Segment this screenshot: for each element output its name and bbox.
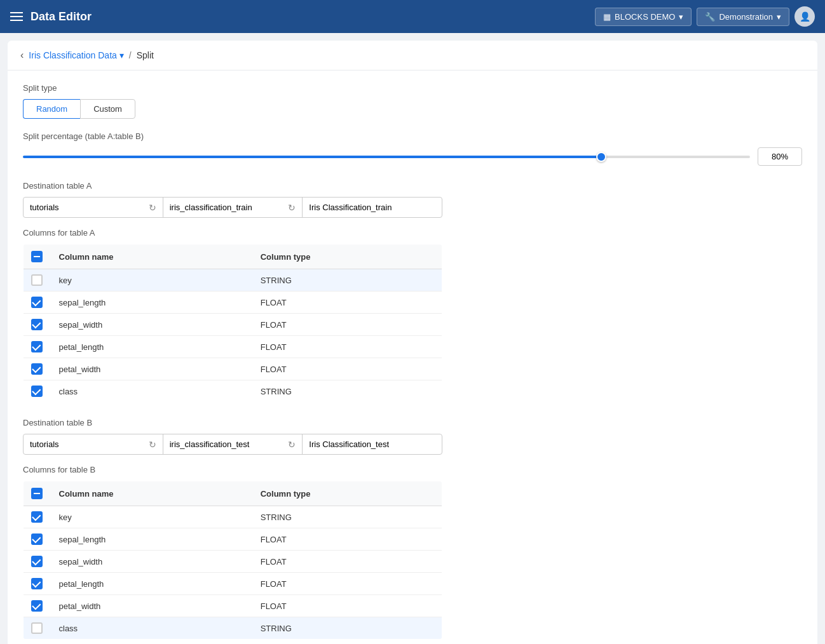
dest-a-table-refresh-icon[interactable]: ↻ (288, 203, 296, 213)
table-row: keySTRING (24, 269, 442, 292)
avatar-icon: 👤 (800, 11, 810, 22)
row-checkbox-cell (24, 336, 51, 358)
dest-a-table-cell: ↻ (163, 198, 303, 217)
dest-a-label-input[interactable] (309, 198, 435, 217)
column-name-cell: petal_length (51, 573, 253, 595)
row-checkbox[interactable] (31, 274, 43, 286)
table-row: sepal_lengthFLOAT (24, 292, 442, 314)
table-row: classSTRING (24, 617, 442, 640)
app-header: Data Editor ▦ BLOCKS DEMO ▾ 🔧 Demonstrat… (0, 0, 825, 33)
dest-b-schema-input[interactable] (30, 434, 145, 454)
split-type-label: Split type (23, 83, 802, 93)
table-row: petal_lengthFLOAT (24, 336, 442, 358)
column-name-cell: petal_width (51, 595, 253, 617)
column-name-cell: class (51, 380, 253, 403)
split-random-button[interactable]: Random (23, 99, 80, 119)
row-checkbox[interactable] (31, 319, 43, 330)
chevron-down-icon: ▾ (119, 50, 124, 60)
dest-b-label: Destination table B (23, 418, 802, 427)
col-a-check-header (24, 245, 51, 269)
column-name-cell: key (51, 506, 253, 528)
column-type-cell: FLOAT (253, 358, 442, 380)
col-a-select-all-checkbox[interactable] (31, 251, 43, 262)
col-b-select-all-checkbox[interactable] (31, 488, 43, 499)
split-pct-label: Split percentage (table A:table B) (23, 131, 802, 141)
dest-b-label-cell (303, 434, 442, 454)
row-checkbox-cell (24, 269, 51, 292)
user-avatar[interactable]: 👤 (794, 6, 815, 27)
dest-a-inputs: ↻ ↻ (23, 197, 442, 218)
row-checkbox[interactable] (31, 386, 43, 397)
slider-row (23, 147, 802, 166)
columns-b-header-row: Column name Column type (24, 481, 442, 506)
row-checkbox[interactable] (31, 622, 43, 634)
column-name-cell: key (51, 269, 253, 292)
row-checkbox[interactable] (31, 297, 43, 308)
col-b-type-header: Column type (253, 481, 442, 506)
demo-chevron-icon: ▾ (777, 12, 781, 22)
split-custom-button[interactable]: Custom (80, 99, 135, 119)
row-checkbox-cell (24, 528, 51, 551)
dest-b-schema-refresh-icon[interactable]: ↻ (149, 439, 156, 450)
column-type-cell: STRING (253, 269, 442, 292)
breadcrumb-dataset[interactable]: Iris Classification Data ▾ (29, 50, 124, 60)
table-row: classSTRING (24, 380, 442, 403)
row-checkbox-cell (24, 573, 51, 595)
row-checkbox[interactable] (31, 578, 43, 589)
dest-b-table-refresh-icon[interactable]: ↻ (288, 439, 296, 450)
wrench-icon: 🔧 (705, 12, 715, 22)
row-checkbox[interactable] (31, 556, 43, 567)
slider-wrapper (23, 151, 750, 163)
column-type-cell: STRING (253, 617, 442, 640)
dest-b-table-input[interactable] (170, 434, 285, 454)
column-name-cell: class (51, 617, 253, 640)
main-content: ‹ Iris Classification Data ▾ / Split Spl… (8, 41, 817, 644)
row-checkbox[interactable] (31, 533, 43, 545)
blocks-icon: ▦ (603, 12, 611, 22)
destination-a-section: Destination table A ↻ ↻ (23, 181, 802, 218)
row-checkbox[interactable] (31, 341, 43, 352)
row-checkbox[interactable] (31, 363, 43, 375)
split-type-group: Random Custom (23, 99, 802, 119)
column-type-cell: STRING (253, 380, 442, 403)
columns-a-header-row: Column name Column type (24, 245, 442, 269)
table-row: keySTRING (24, 506, 442, 528)
table-row: sepal_lengthFLOAT (24, 528, 442, 551)
row-checkbox[interactable] (31, 511, 43, 523)
dest-b-label-input[interactable] (309, 434, 435, 454)
dest-b-inputs: ↻ ↻ (23, 434, 442, 455)
columns-a-table: Column name Column type keySTRINGsepal_l… (23, 244, 442, 403)
dest-a-table-input[interactable] (170, 198, 285, 217)
dest-a-label: Destination table A (23, 181, 802, 191)
hamburger-icon[interactable] (10, 12, 23, 21)
form-area: Split type Random Custom Split percentag… (8, 70, 817, 644)
dest-a-schema-input[interactable] (30, 198, 145, 217)
col-b-check-header (24, 481, 51, 506)
row-checkbox-cell (24, 292, 51, 314)
demonstration-button[interactable]: 🔧 Demonstration ▾ (697, 8, 789, 26)
split-pct-input[interactable] (758, 147, 802, 166)
slider-section: Split percentage (table A:table B) (23, 131, 802, 166)
dest-b-table-cell: ↻ (163, 434, 303, 454)
app-title: Data Editor (31, 10, 92, 23)
row-checkbox[interactable] (31, 600, 43, 612)
dest-a-schema-refresh-icon[interactable]: ↻ (149, 203, 156, 213)
columns-b-table: Column name Column type keySTRINGsepal_l… (23, 481, 442, 640)
column-type-cell: FLOAT (253, 551, 442, 573)
column-name-cell: sepal_width (51, 551, 253, 573)
blocks-demo-button[interactable]: ▦ BLOCKS DEMO ▾ (595, 8, 692, 26)
col-a-name-header: Column name (51, 245, 253, 269)
breadcrumb-separator: / (129, 50, 132, 60)
breadcrumb: ‹ Iris Classification Data ▾ / Split (8, 41, 817, 70)
table-row: petal_widthFLOAT (24, 358, 442, 380)
table-row: petal_lengthFLOAT (24, 573, 442, 595)
column-type-cell: FLOAT (253, 314, 442, 336)
columns-a-label: Columns for table A (23, 228, 802, 238)
back-button[interactable]: ‹ (20, 50, 24, 61)
split-slider[interactable] (23, 156, 750, 158)
columns-b-section: Columns for table B Column name Column t… (23, 465, 802, 640)
row-checkbox-cell (24, 380, 51, 403)
column-name-cell: petal_width (51, 358, 253, 380)
columns-a-section: Columns for table A Column name Column t… (23, 228, 802, 403)
col-a-type-header: Column type (253, 245, 442, 269)
